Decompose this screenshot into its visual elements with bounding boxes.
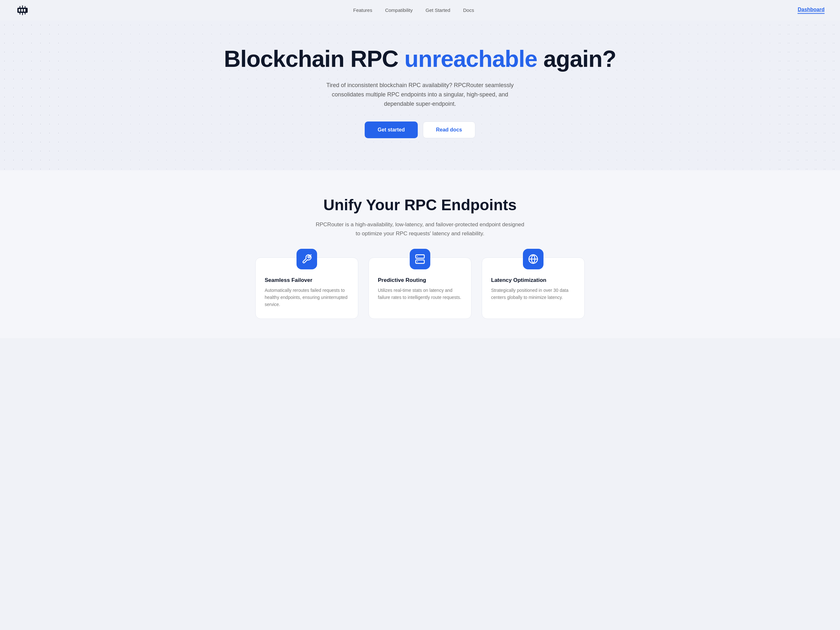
seamless-failover-title: Seamless Failover [265, 277, 349, 284]
predictive-routing-icon-wrap [369, 249, 471, 269]
svg-rect-2 [21, 9, 23, 11]
nav-features[interactable]: Features [353, 7, 372, 13]
svg-rect-3 [24, 9, 25, 11]
seamless-failover-body: Seamless Failover Automatically reroutes… [256, 277, 358, 308]
read-docs-button[interactable]: Read docs [423, 121, 475, 138]
seamless-failover-icon-bg [297, 249, 317, 269]
hero-title: Blockchain RPC unreachable again? [16, 46, 824, 72]
hero-title-part1: Blockchain RPC [224, 46, 404, 72]
seamless-failover-desc: Automatically reroutes failed requests t… [265, 287, 349, 308]
feature-card-seamless-failover: Seamless Failover Automatically reroutes… [255, 257, 358, 319]
features-subtitle: RPCRouter is a high-availability, low-la… [314, 220, 526, 238]
hero-title-part2: again? [537, 46, 616, 72]
latency-optimization-icon-bg [523, 249, 543, 269]
latency-optimization-body: Latency Optimization Strategically posit… [482, 277, 584, 301]
hero-buttons: Get started Read docs [16, 121, 824, 138]
latency-optimization-title: Latency Optimization [491, 277, 575, 284]
nav-dashboard[interactable]: Dashboard [797, 7, 824, 14]
logo-icon [16, 5, 30, 16]
feature-card-latency-optimization: Latency Optimization Strategically posit… [482, 257, 585, 319]
latency-optimization-desc: Strategically positioned in over 30 data… [491, 287, 575, 301]
feature-card-predictive-routing: Predictive Routing Utilizes real-time st… [369, 257, 471, 319]
logo [16, 5, 30, 16]
predictive-routing-icon-bg [410, 249, 430, 269]
nav-links: Features Compatibility Get Started Docs [353, 7, 474, 13]
navbar: Features Compatibility Get Started Docs … [0, 0, 840, 20]
predictive-routing-title: Predictive Routing [378, 277, 462, 284]
predictive-routing-desc: Utilizes real-time stats on latency and … [378, 287, 462, 301]
nav-compatibility[interactable]: Compatibility [385, 7, 413, 13]
server-icon [415, 254, 425, 264]
seamless-failover-icon-wrap [256, 249, 358, 269]
globe-icon [528, 254, 538, 264]
predictive-routing-body: Predictive Routing Utilizes real-time st… [369, 277, 471, 301]
features-section: Unify Your RPC Endpoints RPCRouter is a … [0, 170, 840, 338]
svg-rect-1 [19, 9, 20, 11]
hero-subtitle: Tired of inconsistent blockchain RPC ava… [317, 81, 523, 108]
hero-title-highlight: unreachable [404, 46, 537, 72]
nav-docs[interactable]: Docs [463, 7, 474, 13]
svg-rect-11 [416, 255, 425, 258]
latency-optimization-icon-wrap [482, 249, 584, 269]
hero-content: Blockchain RPC unreachable again? Tired … [16, 46, 824, 138]
wrench-cross-icon [302, 254, 312, 264]
feature-cards: Seamless Failover Automatically reroutes… [16, 257, 824, 319]
hero-section: Blockchain RPC unreachable again? Tired … [0, 20, 840, 170]
nav-get-started[interactable]: Get Started [425, 7, 450, 13]
get-started-button[interactable]: Get started [365, 121, 417, 138]
svg-rect-12 [416, 260, 425, 263]
features-title: Unify Your RPC Endpoints [16, 196, 824, 214]
